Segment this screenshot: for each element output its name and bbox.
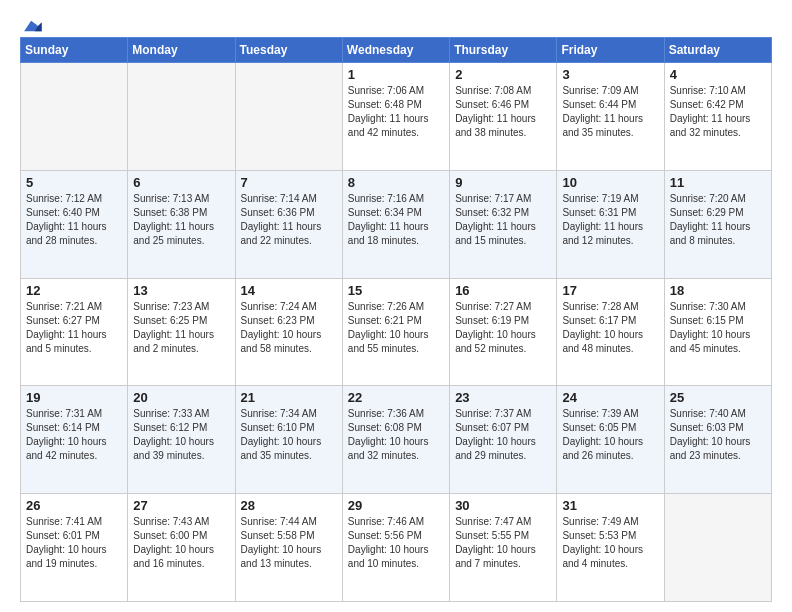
calendar-week-row: 26Sunrise: 7:41 AM Sunset: 6:01 PM Dayli… [21,494,772,602]
calendar-cell: 2Sunrise: 7:08 AM Sunset: 6:46 PM Daylig… [450,63,557,171]
calendar-cell: 29Sunrise: 7:46 AM Sunset: 5:56 PM Dayli… [342,494,449,602]
calendar-cell: 18Sunrise: 7:30 AM Sunset: 6:15 PM Dayli… [664,278,771,386]
day-number: 1 [348,67,444,82]
calendar-cell: 25Sunrise: 7:40 AM Sunset: 6:03 PM Dayli… [664,386,771,494]
logo [20,19,42,29]
calendar-cell: 15Sunrise: 7:26 AM Sunset: 6:21 PM Dayli… [342,278,449,386]
day-number: 3 [562,67,658,82]
calendar-cell: 19Sunrise: 7:31 AM Sunset: 6:14 PM Dayli… [21,386,128,494]
calendar-week-row: 19Sunrise: 7:31 AM Sunset: 6:14 PM Dayli… [21,386,772,494]
day-info: Sunrise: 7:41 AM Sunset: 6:01 PM Dayligh… [26,515,122,571]
day-info: Sunrise: 7:12 AM Sunset: 6:40 PM Dayligh… [26,192,122,248]
calendar-cell: 21Sunrise: 7:34 AM Sunset: 6:10 PM Dayli… [235,386,342,494]
day-info: Sunrise: 7:26 AM Sunset: 6:21 PM Dayligh… [348,300,444,356]
weekday-header-saturday: Saturday [664,38,771,63]
calendar-cell: 5Sunrise: 7:12 AM Sunset: 6:40 PM Daylig… [21,170,128,278]
day-number: 20 [133,390,229,405]
calendar-cell: 16Sunrise: 7:27 AM Sunset: 6:19 PM Dayli… [450,278,557,386]
calendar-cell: 3Sunrise: 7:09 AM Sunset: 6:44 PM Daylig… [557,63,664,171]
calendar-week-row: 12Sunrise: 7:21 AM Sunset: 6:27 PM Dayli… [21,278,772,386]
calendar-cell: 8Sunrise: 7:16 AM Sunset: 6:34 PM Daylig… [342,170,449,278]
calendar-cell: 23Sunrise: 7:37 AM Sunset: 6:07 PM Dayli… [450,386,557,494]
page: SundayMondayTuesdayWednesdayThursdayFrid… [0,0,792,612]
day-number: 6 [133,175,229,190]
calendar-cell: 4Sunrise: 7:10 AM Sunset: 6:42 PM Daylig… [664,63,771,171]
calendar-cell: 28Sunrise: 7:44 AM Sunset: 5:58 PM Dayli… [235,494,342,602]
day-number: 13 [133,283,229,298]
calendar-cell: 17Sunrise: 7:28 AM Sunset: 6:17 PM Dayli… [557,278,664,386]
day-info: Sunrise: 7:47 AM Sunset: 5:55 PM Dayligh… [455,515,551,571]
day-number: 21 [241,390,337,405]
day-info: Sunrise: 7:37 AM Sunset: 6:07 PM Dayligh… [455,407,551,463]
day-info: Sunrise: 7:20 AM Sunset: 6:29 PM Dayligh… [670,192,766,248]
calendar-week-row: 1Sunrise: 7:06 AM Sunset: 6:48 PM Daylig… [21,63,772,171]
calendar-cell: 11Sunrise: 7:20 AM Sunset: 6:29 PM Dayli… [664,170,771,278]
calendar-cell: 22Sunrise: 7:36 AM Sunset: 6:08 PM Dayli… [342,386,449,494]
calendar-cell: 13Sunrise: 7:23 AM Sunset: 6:25 PM Dayli… [128,278,235,386]
header [20,15,772,29]
day-number: 28 [241,498,337,513]
calendar-cell: 12Sunrise: 7:21 AM Sunset: 6:27 PM Dayli… [21,278,128,386]
weekday-header-monday: Monday [128,38,235,63]
calendar-cell: 7Sunrise: 7:14 AM Sunset: 6:36 PM Daylig… [235,170,342,278]
weekday-header-row: SundayMondayTuesdayWednesdayThursdayFrid… [21,38,772,63]
day-number: 9 [455,175,551,190]
day-info: Sunrise: 7:08 AM Sunset: 6:46 PM Dayligh… [455,84,551,140]
calendar-cell: 9Sunrise: 7:17 AM Sunset: 6:32 PM Daylig… [450,170,557,278]
calendar-cell: 20Sunrise: 7:33 AM Sunset: 6:12 PM Dayli… [128,386,235,494]
day-number: 23 [455,390,551,405]
calendar-cell [128,63,235,171]
day-number: 10 [562,175,658,190]
calendar-week-row: 5Sunrise: 7:12 AM Sunset: 6:40 PM Daylig… [21,170,772,278]
day-number: 18 [670,283,766,298]
calendar-table: SundayMondayTuesdayWednesdayThursdayFrid… [20,37,772,602]
day-number: 26 [26,498,122,513]
day-number: 8 [348,175,444,190]
weekday-header-thursday: Thursday [450,38,557,63]
day-info: Sunrise: 7:24 AM Sunset: 6:23 PM Dayligh… [241,300,337,356]
day-number: 12 [26,283,122,298]
calendar-cell: 27Sunrise: 7:43 AM Sunset: 6:00 PM Dayli… [128,494,235,602]
day-info: Sunrise: 7:23 AM Sunset: 6:25 PM Dayligh… [133,300,229,356]
day-info: Sunrise: 7:27 AM Sunset: 6:19 PM Dayligh… [455,300,551,356]
day-info: Sunrise: 7:49 AM Sunset: 5:53 PM Dayligh… [562,515,658,571]
calendar-cell: 30Sunrise: 7:47 AM Sunset: 5:55 PM Dayli… [450,494,557,602]
calendar-cell: 26Sunrise: 7:41 AM Sunset: 6:01 PM Dayli… [21,494,128,602]
day-info: Sunrise: 7:46 AM Sunset: 5:56 PM Dayligh… [348,515,444,571]
calendar-cell: 24Sunrise: 7:39 AM Sunset: 6:05 PM Dayli… [557,386,664,494]
day-info: Sunrise: 7:28 AM Sunset: 6:17 PM Dayligh… [562,300,658,356]
day-info: Sunrise: 7:39 AM Sunset: 6:05 PM Dayligh… [562,407,658,463]
day-info: Sunrise: 7:43 AM Sunset: 6:00 PM Dayligh… [133,515,229,571]
day-info: Sunrise: 7:16 AM Sunset: 6:34 PM Dayligh… [348,192,444,248]
calendar-cell [21,63,128,171]
day-number: 11 [670,175,766,190]
calendar-cell: 14Sunrise: 7:24 AM Sunset: 6:23 PM Dayli… [235,278,342,386]
logo-icon [22,19,42,33]
calendar-cell: 10Sunrise: 7:19 AM Sunset: 6:31 PM Dayli… [557,170,664,278]
day-info: Sunrise: 7:09 AM Sunset: 6:44 PM Dayligh… [562,84,658,140]
day-info: Sunrise: 7:21 AM Sunset: 6:27 PM Dayligh… [26,300,122,356]
day-info: Sunrise: 7:10 AM Sunset: 6:42 PM Dayligh… [670,84,766,140]
day-number: 14 [241,283,337,298]
weekday-header-wednesday: Wednesday [342,38,449,63]
day-number: 7 [241,175,337,190]
calendar-cell: 31Sunrise: 7:49 AM Sunset: 5:53 PM Dayli… [557,494,664,602]
day-number: 22 [348,390,444,405]
calendar-cell [664,494,771,602]
weekday-header-tuesday: Tuesday [235,38,342,63]
day-number: 27 [133,498,229,513]
day-number: 15 [348,283,444,298]
day-number: 4 [670,67,766,82]
day-number: 19 [26,390,122,405]
day-info: Sunrise: 7:44 AM Sunset: 5:58 PM Dayligh… [241,515,337,571]
day-number: 31 [562,498,658,513]
day-info: Sunrise: 7:33 AM Sunset: 6:12 PM Dayligh… [133,407,229,463]
weekday-header-sunday: Sunday [21,38,128,63]
day-info: Sunrise: 7:06 AM Sunset: 6:48 PM Dayligh… [348,84,444,140]
calendar-cell: 1Sunrise: 7:06 AM Sunset: 6:48 PM Daylig… [342,63,449,171]
day-info: Sunrise: 7:14 AM Sunset: 6:36 PM Dayligh… [241,192,337,248]
day-info: Sunrise: 7:19 AM Sunset: 6:31 PM Dayligh… [562,192,658,248]
day-number: 5 [26,175,122,190]
weekday-header-friday: Friday [557,38,664,63]
day-info: Sunrise: 7:40 AM Sunset: 6:03 PM Dayligh… [670,407,766,463]
